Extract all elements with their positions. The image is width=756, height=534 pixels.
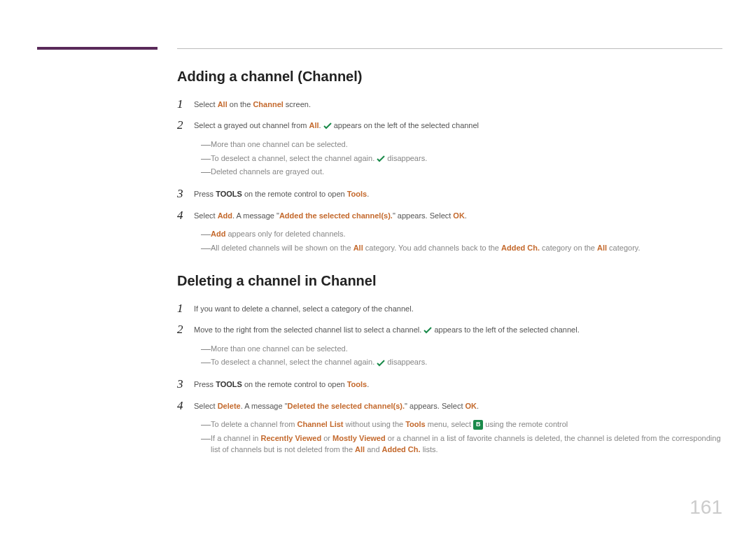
note: ―Add appears only for deleted channels. <box>201 228 722 240</box>
step-text: Press TOOLS on the remote control to ope… <box>194 379 722 391</box>
note-text: More than one channel can be selected. <box>211 343 722 355</box>
step-body: Move to the right from the selected chan… <box>194 323 722 370</box>
text-fragment: . A message " <box>232 211 279 220</box>
notes: ―Add appears only for deleted channels.―… <box>201 228 722 254</box>
step-number: 2 <box>177 118 194 132</box>
text-fragment: appears only for deleted channels. <box>225 230 345 238</box>
step: 1Select All on the Channel screen. <box>177 97 722 111</box>
text-fragment: All <box>597 244 607 252</box>
text-fragment: . <box>465 211 467 220</box>
text-fragment: Press <box>194 380 216 388</box>
note-text: To deselect a channel, select the channe… <box>211 356 722 368</box>
step-number: 2 <box>177 323 194 337</box>
text-fragment: Channel List <box>298 420 344 428</box>
text-fragment: OK <box>465 402 477 410</box>
step-body: Press TOOLS on the remote control to ope… <box>194 187 722 200</box>
note: ―If a channel in Recently Viewed or Most… <box>201 433 722 456</box>
step: 4Select Delete. A message "Deleted the s… <box>177 399 722 458</box>
text-fragment: If a channel in <box>211 434 261 442</box>
text-fragment: disappears. <box>385 358 427 366</box>
step-text: Select a grayed out channel from All. ap… <box>194 120 722 132</box>
step-body: Press TOOLS on the remote control to ope… <box>194 377 722 391</box>
note: ―More than one channel can be selected. <box>201 343 722 355</box>
text-fragment: . <box>367 380 369 388</box>
text-fragment: OK <box>453 211 465 220</box>
step-body: If you want to delete a channel, select … <box>194 302 722 315</box>
note-dash-icon: ― <box>201 153 211 164</box>
text-fragment: Add <box>218 211 232 220</box>
text-fragment: Deleted the selected channel(s). <box>288 402 405 410</box>
text-fragment: category. <box>607 244 640 252</box>
text-fragment: TOOLS <box>216 380 242 388</box>
checkmark-icon <box>377 155 385 162</box>
text-fragment: If you want to delete a channel, select … <box>194 304 414 313</box>
text-fragment: All <box>355 445 365 454</box>
note-dash-icon: ― <box>201 242 211 254</box>
step-number: 1 <box>177 302 194 316</box>
notes: ―More than one channel can be selected.―… <box>201 139 722 178</box>
text-fragment: Added the selected channel(s). <box>279 211 393 220</box>
text-fragment: Press <box>194 190 216 198</box>
page-content: Adding a channel (Channel)1Select All on… <box>177 69 722 465</box>
note-dash-icon: ― <box>201 356 211 368</box>
text-fragment: category on the <box>540 244 597 252</box>
text-fragment: Select a grayed out channel from <box>194 121 309 129</box>
text-fragment: screen. <box>284 100 311 108</box>
text-fragment: All <box>218 100 227 108</box>
text-fragment: without using the <box>344 420 406 428</box>
note: ―All deleted channels will be shown on t… <box>201 242 722 254</box>
note-dash-icon: ― <box>201 139 211 150</box>
text-fragment: " appears. Select <box>393 211 453 220</box>
step-body: Select All on the Channel screen. <box>194 97 722 111</box>
section-heading: Deleting a channel in Channel <box>177 273 722 289</box>
text-fragment: . <box>477 402 479 410</box>
note-text: To delete a channel from Channel List wi… <box>211 419 722 430</box>
note: ―To deselect a channel, select the chann… <box>201 153 722 164</box>
text-fragment: TOOLS <box>216 190 242 198</box>
step-text: Select Add. A message "Added the selecte… <box>194 210 722 222</box>
note-dash-icon: ― <box>201 433 211 444</box>
text-fragment: To deselect a channel, select the channe… <box>211 154 377 162</box>
text-fragment: To deselect a channel, select the channe… <box>211 358 377 366</box>
step: 4Select Add. A message "Added the select… <box>177 209 722 256</box>
step: 2Select a grayed out channel from All. a… <box>177 118 722 180</box>
note-dash-icon: ― <box>201 166 211 178</box>
text-fragment: Added Ch. <box>382 445 421 454</box>
text-fragment: or <box>321 434 332 442</box>
text-fragment: Select <box>194 402 218 410</box>
b-button-icon: B <box>473 420 483 430</box>
text-fragment: appears to the left of the selected chan… <box>432 325 579 334</box>
note-dash-icon: ― <box>201 228 211 240</box>
step-text: Move to the right from the selected chan… <box>194 324 722 336</box>
step-number: 1 <box>177 97 194 111</box>
horizontal-rule <box>177 48 722 49</box>
text-fragment: Move to the right from the selected chan… <box>194 325 424 334</box>
note: ―Deleted channels are grayed out. <box>201 166 722 178</box>
text-fragment: disappears. <box>385 154 427 162</box>
text-fragment: Select <box>194 100 218 108</box>
step-number: 4 <box>177 399 194 413</box>
text-fragment: More than one channel can be selected. <box>211 344 348 353</box>
text-fragment: Select <box>194 211 218 220</box>
text-fragment: and <box>365 445 382 454</box>
step-text: Select Delete. A message "Deleted the se… <box>194 400 722 412</box>
note-text: If a channel in Recently Viewed or Mostl… <box>211 433 722 456</box>
text-fragment: All <box>309 121 318 129</box>
text-fragment: Channel <box>253 100 283 108</box>
step-body: Select a grayed out channel from All. ap… <box>194 118 722 180</box>
note-text: Deleted channels are grayed out. <box>211 166 722 178</box>
text-fragment: on the remote control to open <box>242 190 347 198</box>
note-text: Add appears only for deleted channels. <box>211 228 722 240</box>
text-fragment: Mostly Viewed <box>332 434 386 442</box>
text-fragment: Recently Viewed <box>261 434 322 442</box>
text-fragment: Tools <box>347 380 368 388</box>
note: ―To deselect a channel, select the chann… <box>201 356 722 368</box>
step-text: Select All on the Channel screen. <box>194 99 722 111</box>
section: Adding a channel (Channel)1Select All on… <box>177 69 722 256</box>
text-fragment: menu, select <box>426 420 473 428</box>
text-fragment: appears on the left of the selected chan… <box>332 121 479 129</box>
text-fragment: . A message " <box>241 402 288 410</box>
text-fragment: using the remote control <box>483 420 568 428</box>
checkmark-icon <box>424 327 432 334</box>
text-fragment: category. You add channels back to the <box>363 244 501 252</box>
